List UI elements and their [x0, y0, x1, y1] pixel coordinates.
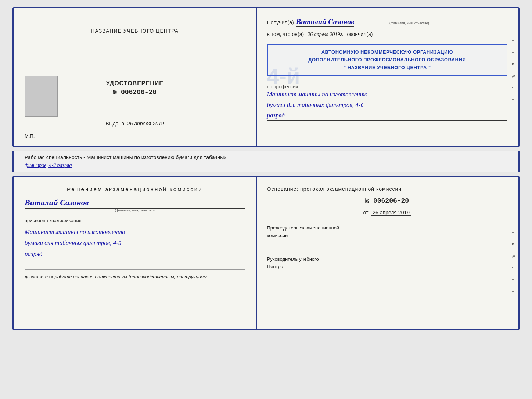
stamp-line2: ДОПОЛНИТЕЛЬНОГО ПРОФЕССИОНАЛЬНОГО ОБРАЗО… — [273, 56, 501, 64]
vtom-prefix: в том, что он(а) — [267, 31, 304, 37]
profession-block: по профессии Машинист машины по изготовл… — [267, 84, 507, 121]
profession-label: по профессии — [267, 84, 507, 89]
udostoverenie-label: УДОСТОВЕРЕНИЕ — [106, 80, 163, 87]
vydano-block: Выдано 26 апреля 2019 — [105, 121, 164, 127]
strip-text-prefix: Рабочая специальность - Машинист машины … — [25, 154, 226, 160]
top-certificate-book: НАЗВАНИЕ УЧЕБНОГО ЦЕНТРА УДОСТОВЕРЕНИЕ №… — [12, 7, 520, 147]
right-side-marks: – – и ,а ‹– – – – – — [512, 38, 515, 136]
cert-left-page: НАЗВАНИЕ УЧЕБНОГО ЦЕНТРА УДОСТОВЕРЕНИЕ №… — [14, 8, 256, 146]
stamp-line3: " НАЗВАНИЕ УЧЕБНОГО ЦЕНТРА " — [273, 64, 501, 72]
dopuskaetsya-prefix: допускается к — [25, 274, 53, 279]
stamp-block: АВТОНОМНУЮ НЕКОММЕРЧЕСКУЮ ОРГАНИЗАЦИЮ ДО… — [267, 44, 507, 76]
mp-label: М.П. — [25, 133, 35, 139]
ot-date: 26 апреля 2019 — [371, 210, 411, 216]
rukovoditel-signature-line — [267, 274, 322, 274]
cert-number: № 006206-20 — [106, 89, 163, 96]
ot-prefix: от — [363, 210, 368, 215]
stamp-line1: АВТОНОМНУЮ НЕКОММЕРЧЕСКУЮ ОРГАНИЗАЦИЮ — [273, 49, 501, 56]
recipient-name: Виталий Сазонов — [296, 18, 355, 27]
kvalif-line3: разряд — [25, 249, 245, 260]
dopuskaetsya-text: работе согласно должностным (производств… — [54, 274, 207, 279]
bottom-name-block: Виталий Сазонов (фамилия, имя, отчество) — [25, 196, 245, 212]
kvalif-line2: бумаги для табачных фильтров, 4-й — [25, 238, 245, 249]
predsedatel-title: Председатель экзаменационной комиссии — [267, 224, 507, 240]
dopuskaetsya-block: допускается к работе согласно должностны… — [25, 269, 245, 280]
reshenie-title: Решением экзаменационной комиссии — [25, 186, 245, 192]
dash1: – — [356, 19, 359, 25]
profession-line2: бумаги для табачных фильтров, 4-й — [267, 100, 507, 110]
vydano-date: 26 апреля 2019 — [127, 121, 164, 127]
middle-text-strip: Рабочая специальность - Машинист машины … — [12, 151, 520, 172]
issued-date: 26 апреля 2019г. — [306, 32, 345, 38]
kvalif-line1: Машинист машины по изготовлению — [25, 227, 245, 238]
bottom-left-page: Решением экзаменационной комиссии Витали… — [14, 177, 256, 329]
right-side-marks2: – – – и ,а ‹– – – – – — [512, 206, 515, 317]
profession-line1: Машинист машины по изготовлению — [267, 89, 507, 100]
institution-title: НАЗВАНИЕ УЧЕБНОГО ЦЕНТРА — [91, 28, 179, 34]
bottom-right-page: Основание: протокол экзаменационной коми… — [256, 177, 518, 329]
prisvoena-text: присвоена квалификация — [25, 218, 245, 223]
strip-text-underline: фильтров, 4-й разряд — [25, 163, 72, 168]
vydano-label: Выдано — [105, 121, 124, 127]
vtom-line: в том, что он(а) 26 апреля 2019г. окончи… — [267, 31, 507, 38]
poluchil-prefix: Получил(а) — [267, 19, 294, 25]
bottom-fio-subtitle: (фамилия, имя, отчество) — [25, 209, 245, 212]
document-container: НАЗВАНИЕ УЧЕБНОГО ЦЕНТРА УДОСТОВЕРЕНИЕ №… — [12, 7, 520, 330]
udostoverenie-block: УДОСТОВЕРЕНИЕ № 006206-20 — [106, 80, 163, 96]
poluchil-line: Получил(а) Виталий Сазонов – (фамилия, и… — [267, 18, 507, 27]
predsedatel-signature-line — [267, 243, 322, 243]
bottom-certificate-book: Решением экзаменационной комиссии Витали… — [12, 176, 520, 330]
cert-photo — [25, 76, 58, 117]
osnovanie-title: Основание: протокол экзаменационной коми… — [267, 186, 507, 192]
rukovoditel-block: Руководитель учебного Центра — [267, 256, 507, 276]
cert-right-page: 4-й Получил(а) Виталий Сазонов – (фамили… — [256, 8, 518, 146]
predsedatel-block: Председатель экзаменационной комиссии — [267, 224, 507, 245]
profession-line3: разряд — [267, 110, 507, 121]
fio-subtitle-top: (фамилия, имя, отчество) — [389, 21, 429, 25]
bottom-recipient-name: Виталий Сазонов — [25, 198, 245, 209]
okonchil-label: окончил(а) — [347, 31, 373, 37]
protocol-number: № 006206-20 — [267, 197, 507, 204]
kvalif-block: Машинист машины по изготовлению бумаги д… — [25, 227, 245, 260]
rukovoditel-title: Руководитель учебного Центра — [267, 256, 507, 271]
ot-date-block: от 26 апреля 2019 — [267, 210, 507, 215]
